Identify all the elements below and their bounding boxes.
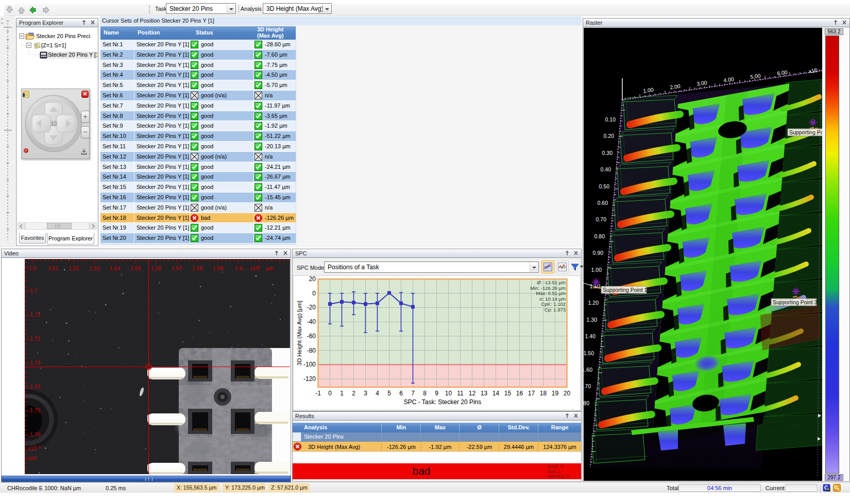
svg-text:1.52: 1.52 [69, 265, 79, 271]
svg-text:1.54: 1.54 [110, 265, 121, 271]
svg-text:Stecker 20 Pins Y [1]: Stecker 20 Pins Y [1] [48, 51, 97, 58]
svg-text:17: 17 [528, 390, 535, 397]
svg-text:Max: 0.51 µm: Max: 0.51 µm [536, 290, 566, 296]
svg-text:1.76: 1.76 [30, 431, 41, 438]
svg-text:σ: 10.14 µm: σ: 10.14 µm [539, 296, 566, 302]
svg-text:1.72: 1.72 [30, 336, 41, 342]
svg-text:8: 8 [423, 390, 427, 397]
svg-text:1.75: 1.75 [30, 407, 41, 413]
svg-text:5: 5 [258, 265, 260, 269]
svg-text:2: 2 [352, 390, 355, 397]
svg-text:-120: -120 [303, 375, 316, 383]
svg-text:[Z=1 S=1]: [Z=1 S=1] [41, 42, 66, 48]
svg-text:0.30: 0.30 [602, 150, 613, 156]
svg-text:20: 20 [564, 390, 571, 397]
svg-text:µm: µm [29, 455, 37, 461]
svg-text:0.70: 0.70 [596, 216, 607, 222]
svg-text:15: 15 [504, 390, 512, 397]
svg-text:-40: -40 [307, 318, 316, 325]
svg-text:Supporting Point 3: Supporting Point 3 [773, 299, 818, 305]
svg-text:0.10: 0.10 [605, 116, 616, 123]
svg-text:0: 0 [328, 390, 332, 397]
svg-text:1.5: 1.5 [29, 265, 37, 271]
svg-text:SPC - Task: Stecker 20 Pins: SPC - Task: Stecker 20 Pins [404, 398, 482, 406]
svg-text:Ø: -13.51 µm: Ø: -13.51 µm [537, 280, 566, 285]
svg-text:7: 7 [411, 390, 415, 397]
svg-text:1.6: 1.6 [235, 265, 243, 271]
svg-text:10: 10 [445, 390, 452, 397]
svg-text:1.73: 1.73 [30, 360, 41, 366]
svg-text:1: 1 [340, 390, 344, 397]
svg-text:Supporting Point 1: Supporting Point 1 [603, 287, 648, 293]
svg-text:18: 18 [540, 390, 547, 397]
svg-text:1.55: 1.55 [130, 265, 141, 271]
svg-text:0: 0 [312, 290, 316, 297]
svg-text:19: 19 [552, 390, 559, 397]
svg-text:9: 9 [435, 390, 438, 397]
svg-text:1.7: 1.7 [30, 288, 38, 294]
svg-text:x10: x10 [28, 445, 37, 451]
svg-text:1.56: 1.56 [151, 265, 162, 271]
svg-text:1.80: 1.80 [584, 400, 589, 406]
svg-text:10: 10 [50, 120, 57, 127]
svg-text:1.20: 1.20 [588, 300, 599, 306]
svg-text:1.71: 1.71 [30, 311, 41, 318]
svg-text:-80: -80 [307, 347, 316, 354]
svg-text:12: 12 [469, 390, 476, 397]
svg-text:1.74: 1.74 [30, 384, 41, 390]
svg-text:1.57: 1.57 [172, 265, 182, 271]
svg-text:1.70: 1.70 [584, 383, 591, 389]
svg-text:0.60: 0.60 [598, 200, 608, 206]
svg-text:3: 3 [364, 390, 367, 397]
svg-text:0.50: 0.50 [599, 183, 610, 189]
svg-text:1.00: 1.00 [591, 267, 602, 273]
svg-text:13: 13 [481, 390, 488, 397]
svg-text:5: 5 [387, 390, 391, 397]
svg-text:14: 14 [492, 390, 500, 397]
svg-text:-60: -60 [307, 333, 316, 340]
svg-text:1.59: 1.59 [213, 265, 224, 271]
svg-text:x10: x10 [808, 67, 818, 74]
svg-text:1.40: 1.40 [585, 333, 596, 339]
svg-text:-5: -5 [37, 445, 41, 449]
svg-text:1.30: 1.30 [587, 317, 598, 323]
svg-text:-1: -1 [315, 390, 321, 397]
svg-text:0.20: 0.20 [604, 133, 615, 139]
svg-text:1.50: 1.50 [584, 350, 594, 356]
svg-text:1.51: 1.51 [48, 265, 59, 271]
svg-text:1.53: 1.53 [89, 265, 100, 271]
svg-text:1.60: 1.60 [584, 367, 592, 373]
svg-text:4: 4 [376, 390, 379, 397]
svg-text:µm: µm [266, 265, 274, 271]
svg-text:0.80: 0.80 [594, 233, 605, 239]
svg-text:11: 11 [457, 390, 464, 397]
svg-text:0.90: 0.90 [593, 250, 604, 256]
svg-text:20: 20 [309, 275, 316, 283]
svg-text:Stecker 20 Pins Preci: Stecker 20 Pins Preci [36, 33, 90, 39]
svg-text:Min: -126.26 µm: Min: -126.26 µm [530, 285, 566, 291]
svg-text:0.40: 0.40 [601, 166, 611, 172]
svg-text:-100: -100 [303, 361, 316, 368]
svg-text:3D Height (Max Avg) [µm]: 3D Height (Max Avg) [µm] [296, 301, 302, 366]
svg-text:16: 16 [516, 390, 523, 397]
svg-text:-20: -20 [307, 304, 316, 311]
svg-text:6: 6 [399, 390, 403, 397]
svg-text:Cp: 1.973: Cp: 1.973 [545, 307, 566, 312]
svg-text:Supporting Poin: Supporting Poin [789, 129, 822, 135]
svg-text:CpK: 1.102: CpK: 1.102 [541, 301, 566, 307]
svg-text:1.58: 1.58 [192, 265, 203, 271]
